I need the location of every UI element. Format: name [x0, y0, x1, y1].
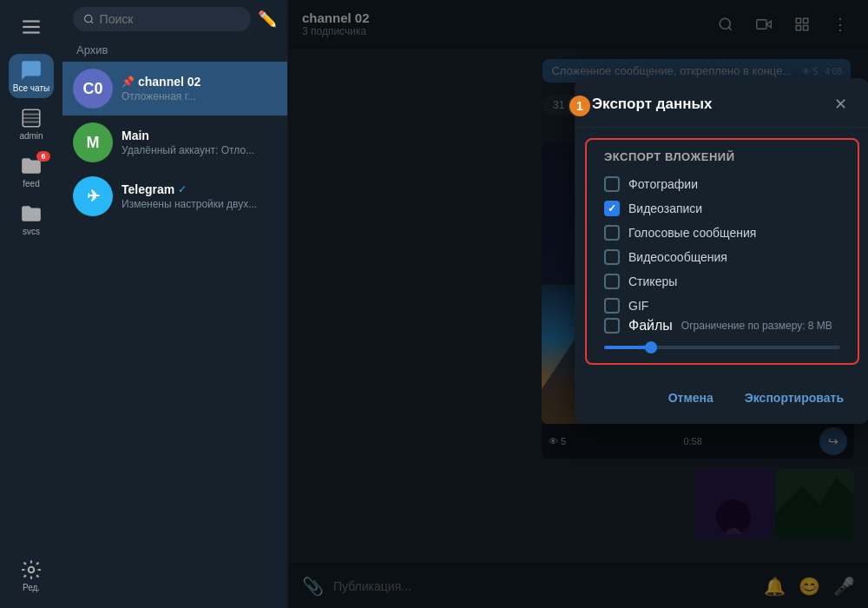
cancel-button[interactable]: Отмена — [660, 386, 722, 410]
chat-name-channel02: channel 02 — [138, 75, 201, 89]
chat-name-main: Main — [122, 129, 149, 142]
modal-title: Экспорт данных — [592, 96, 712, 113]
export-modal: Экспорт данных ✕ Экспорт вложений Фотогр… — [575, 78, 868, 424]
label-videomsg: Видеосообщения — [628, 250, 727, 264]
feed-badge: 6 — [36, 151, 50, 162]
size-slider[interactable] — [604, 342, 840, 353]
compose-icon[interactable]: ✏️ — [258, 10, 277, 29]
chat-name-telegram: Telegram — [122, 182, 174, 196]
file-size-note: Ограничение по размеру: 8 MB — [681, 320, 832, 332]
attachments-section: Экспорт вложений Фотографии Видеозаписи … — [585, 138, 859, 365]
main-area: channel 02 3 подписчика ⋮ — [288, 0, 868, 608]
attachments-title: Экспорт вложений — [604, 150, 840, 163]
cb-videomsg[interactable] — [604, 249, 620, 265]
modal-close-button[interactable]: ✕ — [828, 92, 852, 116]
avatar-telegram: ✈ — [73, 176, 113, 216]
chat-item-telegram[interactable]: ✈ Telegram ✓ Изменены настройки двух... — [62, 169, 287, 223]
chat-item-main[interactable]: M Main Удалённый аккаунт: Отло... — [62, 116, 287, 169]
chat-preview-telegram: Изменены настройки двух... — [122, 198, 277, 210]
checkbox-videomsg[interactable]: Видеосообщения — [604, 245, 840, 269]
chat-list-panel: ✏️ Архив C0 📌 channel 02 Отложенная г...… — [62, 0, 288, 608]
slider-thumb[interactable] — [645, 341, 657, 354]
checkbox-photos[interactable]: Фотографии — [604, 172, 840, 196]
sidebar-item-admin[interactable]: admin — [9, 102, 54, 146]
svg-point-5 — [85, 15, 92, 22]
sidebar-red-label: Ред. — [23, 583, 40, 592]
files-row: Файлы Ограничение по размеру: 8 MB — [604, 318, 840, 334]
label-gif: GIF — [628, 299, 648, 313]
archive-label: Архив — [62, 38, 287, 62]
chat-info-main: Main Удалённый аккаунт: Отло... — [122, 129, 277, 156]
slider-fill — [604, 346, 651, 349]
numbered-badge-1: 1 — [568, 94, 592, 118]
sidebar-all-chats-label: Все чаты — [13, 83, 49, 93]
modal-footer: Отмена Экспортировать — [575, 375, 868, 424]
sidebar-item-feed[interactable]: 6 feed — [9, 149, 54, 194]
label-videos: Видеозаписи — [628, 202, 702, 215]
checkbox-stickers[interactable]: Стикеры — [604, 269, 840, 294]
slider-track — [604, 346, 840, 349]
avatar-main: M — [73, 122, 113, 162]
sidebar-item-all-chats[interactable]: Все чаты — [9, 54, 54, 98]
checkbox-files[interactable]: Файлы — [604, 318, 673, 334]
avatar-channel02: C0 — [73, 69, 113, 109]
checkbox-voice[interactable]: Голосовые сообщения — [604, 221, 840, 245]
label-photos: Фотографии — [628, 177, 698, 191]
svg-point-4 — [29, 567, 35, 573]
sidebar: Все чаты admin 6 feed svcs Ред. — [0, 0, 62, 608]
chat-preview-channel02: Отложенная г... — [122, 90, 277, 102]
cb-voice[interactable] — [604, 225, 620, 241]
search-input[interactable] — [100, 12, 240, 26]
chat-info-telegram: Telegram ✓ Изменены настройки двух... — [122, 182, 277, 210]
pin-icon: 📌 — [122, 76, 135, 88]
cb-files[interactable] — [604, 318, 620, 334]
export-button[interactable]: Экспортировать — [736, 386, 852, 410]
sidebar-menu-button[interactable] — [9, 10, 54, 43]
sidebar-feed-label: feed — [23, 179, 39, 188]
chat-preview-main: Удалённый аккаунт: Отло... — [122, 144, 277, 156]
modal-header: Экспорт данных ✕ — [575, 78, 868, 128]
search-icon — [83, 13, 95, 25]
svg-line-6 — [91, 21, 93, 23]
label-voice: Голосовые сообщения — [628, 226, 756, 240]
label-files: Файлы — [628, 318, 673, 334]
label-stickers: Стикеры — [628, 274, 677, 288]
chat-info-channel02: 📌 channel 02 Отложенная г... — [122, 75, 277, 102]
cb-gif[interactable] — [604, 298, 620, 314]
sidebar-item-svcs[interactable]: svcs — [9, 197, 54, 241]
checkbox-videos[interactable]: Видеозаписи — [604, 196, 840, 221]
checkbox-gif[interactable]: GIF — [604, 294, 840, 318]
search-bar: ✏️ — [62, 0, 287, 38]
sidebar-admin-label: admin — [19, 131, 43, 141]
cb-stickers[interactable] — [604, 274, 620, 289]
sidebar-svcs-label: svcs — [23, 227, 40, 236]
cb-photos[interactable] — [604, 176, 620, 192]
verified-icon: ✓ — [178, 183, 187, 195]
chat-item-channel02[interactable]: C0 📌 channel 02 Отложенная г... — [62, 62, 287, 116]
cb-videos[interactable] — [604, 201, 620, 216]
search-input-wrap[interactable] — [73, 7, 251, 31]
sidebar-item-red[interactable]: Ред. — [9, 553, 54, 598]
